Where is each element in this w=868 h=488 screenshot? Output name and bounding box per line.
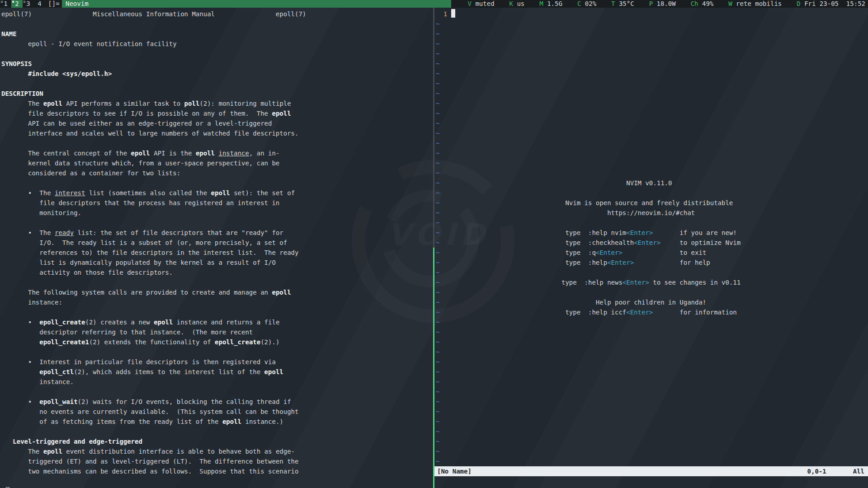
workspace-tags: 1234 <box>0 0 45 8</box>
tilde-row: ~ <box>436 436 868 446</box>
man-line: • The interest list (sometimes also call… <box>1 188 433 198</box>
tag-client-indicator <box>24 1 25 3</box>
man-line <box>1 347 433 357</box>
nvim-cmdline <box>434 476 868 488</box>
pane-divider-lower[interactable] <box>433 248 434 488</box>
tilde-row: ~ <box>436 158 868 168</box>
statusbar-info: V mutedK usM 1.5GC 02%T 35°CP 18.0WCh 49… <box>468 0 865 8</box>
status-item-t: T 35°C <box>611 0 634 7</box>
neovim-pane[interactable]: 1 ~~~~~~~~~~~~~~~~~~~~~~~~~~~~~~~~~~~~~~… <box>434 8 868 488</box>
nvim-line-1[interactable]: 1 <box>436 9 868 19</box>
man-line: epoll_ctl(2), which adds items to the in… <box>1 367 433 377</box>
intro-line: https://neovim.io/#chat <box>561 208 741 218</box>
tag-label: 2 <box>15 0 19 7</box>
tilde-row: ~ <box>436 427 868 436</box>
man-line <box>1 178 433 188</box>
intro-line: type :help news<Enter> to see changes in… <box>561 277 741 287</box>
man-line: #include <sys/epoll.h> <box>1 69 433 79</box>
tilde-row: ~ <box>436 407 868 417</box>
intro-line: type :q<Enter> to exit <box>561 248 741 258</box>
status-value: 35°C <box>615 0 634 7</box>
pager-prompt-row[interactable]: : <box>1 486 433 488</box>
man-line: Level-triggered and edge-triggered <box>1 436 433 446</box>
man-line: two mechanisms can be described as follo… <box>1 466 433 476</box>
tilde-row: ~ <box>436 317 868 327</box>
intro-line: type :help<Enter> for help <box>561 258 741 267</box>
status-item-ch: Ch 49% <box>691 0 714 7</box>
man-line: descriptor referring to that instance. (… <box>1 327 433 337</box>
nvim-cursor[interactable] <box>451 9 455 18</box>
intro-line <box>561 287 741 297</box>
tilde-row: ~ <box>436 49 868 59</box>
tilde-row: ~ <box>436 128 868 138</box>
workspace-tag-1[interactable]: 1 <box>0 0 11 8</box>
status-item-p: P 18.0W <box>649 0 676 7</box>
man-line <box>1 19 433 29</box>
status-item-v: V muted <box>468 0 495 7</box>
man-line <box>1 138 433 148</box>
workspace-tag-3[interactable]: 3 <box>23 0 34 8</box>
man-line: triggered (ET) and as level-triggered (L… <box>1 456 433 466</box>
man-line <box>1 79 433 89</box>
status-value: 49% <box>698 0 714 7</box>
man-line: file descriptors that the process has re… <box>1 198 433 208</box>
man-line: monitoring. <box>1 208 433 218</box>
tag-client-indicator <box>12 1 14 3</box>
tilde-row: ~ <box>436 89 868 99</box>
man-line: The epoll API performs a similar task to… <box>1 99 433 108</box>
tag-client-indicator <box>1 1 3 3</box>
man-line: • epoll_wait(2) waits for I/O events, bl… <box>1 397 433 407</box>
window-title-text: Neovim <box>66 0 89 7</box>
man-line: instance. <box>1 377 433 387</box>
man-line: interface and scales well to large numbe… <box>1 128 433 138</box>
workspace-tag-2[interactable]: 2 <box>11 0 23 8</box>
status-value: 1.5G <box>543 0 562 7</box>
status-key: W <box>728 0 732 7</box>
man-line: NAME <box>1 29 433 39</box>
man-line: references to) the file descriptors in t… <box>1 248 433 258</box>
man-line: epoll - I/O event notification facility <box>1 39 433 49</box>
pane-divider-upper[interactable] <box>433 8 434 248</box>
tilde-row: ~ <box>436 138 868 148</box>
tilde-row: ~ <box>436 367 868 377</box>
status-value: Fri 23-05 15:52 <box>801 0 865 7</box>
status-key: K <box>509 0 513 7</box>
tilde-row: ~ <box>436 397 868 407</box>
tilde-row: ~ <box>436 377 868 387</box>
tag-label: 1 <box>4 0 7 7</box>
nvim-statusline: [No Name] 0,0-1 All <box>434 466 868 476</box>
intro-line <box>561 267 741 277</box>
tilde-row: ~ <box>436 29 868 39</box>
tilde-row: ~ <box>436 108 868 118</box>
tilde-row: ~ <box>436 446 868 456</box>
man-line: epoll_create1(2) extends the functionali… <box>1 337 433 347</box>
man-line: kernel data structure which, from a user… <box>1 158 433 168</box>
status-item-k: K us <box>509 0 525 7</box>
man-line: activity on those file descriptors. <box>1 267 433 277</box>
tilde-row: ~ <box>436 99 868 108</box>
intro-line: type :checkhealth<Enter> to optimize Nvi… <box>561 238 741 248</box>
tilde-row: ~ <box>436 417 868 427</box>
man-line: The following system calls are provided … <box>1 287 433 297</box>
tilde-row: ~ <box>436 357 868 367</box>
man-line: The epoll event distribution interface i… <box>1 446 433 456</box>
status-key: D <box>797 0 800 7</box>
intro-line: Help poor children in Uganda! <box>561 297 741 307</box>
intro-line <box>561 218 741 228</box>
status-item-w: W rete mobilis <box>728 0 782 7</box>
man-line <box>1 307 433 317</box>
tilde-row: ~ <box>436 148 868 158</box>
status-value: us <box>513 0 524 7</box>
terminal-man-pane[interactable]: epoll(7) Miscellaneous Information Manua… <box>0 8 433 488</box>
layout-indicator[interactable]: []= <box>45 0 62 8</box>
status-key: T <box>611 0 615 7</box>
tilde-row: ~ <box>436 69 868 79</box>
workspace-tag-4[interactable]: 4 <box>34 0 45 8</box>
intro-line: type :help iccf<Enter> for information <box>561 307 741 317</box>
desktop: VOID 1234 []= Neovim V mutedK usM 1.5GC … <box>0 0 868 488</box>
man-line: • Interest in particular file descriptor… <box>1 357 433 367</box>
status-value: rete mobilis <box>732 0 782 7</box>
man-line <box>1 277 433 287</box>
tilde-row: ~ <box>436 19 868 29</box>
tag-label: 4 <box>38 0 41 7</box>
